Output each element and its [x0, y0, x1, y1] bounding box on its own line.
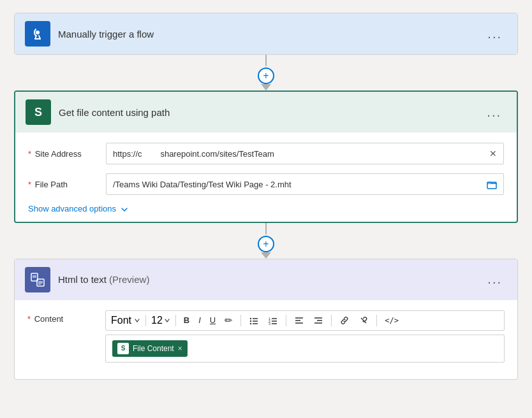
chevron-down-icon	[120, 204, 129, 214]
file-browse-icon[interactable]	[487, 178, 497, 189]
content-required-star: *	[27, 314, 31, 324]
content-input-area[interactable]: S File Content ×	[105, 335, 505, 363]
toolbar-sep-5	[331, 315, 332, 326]
toolbar-sep-6	[376, 315, 377, 326]
connector-line-top	[265, 55, 267, 66]
sharepoint-letter: S	[34, 106, 42, 119]
svg-point-4	[250, 317, 251, 319]
trigger-header: Manually trigger a flow ...	[15, 13, 517, 54]
bullet-list-button[interactable]	[246, 314, 262, 327]
link-button[interactable]	[337, 314, 352, 327]
content-row: * Content Font 12	[27, 310, 505, 363]
connector-1: +	[258, 55, 274, 90]
trigger-title: Manually trigger a flow	[58, 29, 475, 40]
html-body: * Content Font 12	[15, 300, 517, 379]
connector-2: +	[258, 223, 274, 259]
font-select[interactable]: Font	[111, 315, 140, 326]
html-title: Html to text (Preview)	[58, 274, 475, 285]
sharepoint-body: * Site Address https://c sharepoint.com/…	[15, 133, 517, 222]
site-address-clear-icon[interactable]: ✕	[489, 148, 497, 159]
italic-button[interactable]: I	[196, 314, 203, 326]
align-right-button[interactable]	[311, 314, 326, 327]
html-menu[interactable]: ...	[482, 270, 507, 289]
file-content-tag: S File Content ×	[112, 340, 188, 357]
sharepoint-title: Get file content using path	[59, 107, 474, 118]
sharepoint-icon: S	[26, 99, 51, 125]
highlight-button[interactable]: ✏	[222, 314, 235, 328]
svg-point-0	[36, 31, 40, 34]
advanced-options-toggle[interactable]: Show advanced options	[28, 204, 504, 214]
code-button[interactable]: </>	[382, 315, 401, 326]
trigger-card: Manually trigger a flow ...	[14, 13, 518, 55]
connector-arrow-2	[261, 252, 271, 259]
content-editor: Font 12 B I U ✏	[105, 310, 505, 363]
file-required-star: *	[28, 180, 31, 189]
toolbar-sep-4	[286, 315, 286, 326]
connector-line-top-2	[265, 223, 267, 234]
site-address-row: * Site Address https://c sharepoint.com/…	[28, 143, 504, 164]
tag-close-button[interactable]: ×	[178, 344, 182, 353]
site-required-star: *	[28, 149, 31, 159]
connector-arrow-1	[261, 84, 271, 90]
numbered-list-button[interactable]: 1.2.3.	[265, 314, 281, 327]
site-address-label: * Site Address	[28, 149, 98, 159]
toolbar-sep-1	[145, 315, 146, 326]
unlink-button[interactable]	[356, 314, 371, 327]
svg-point-6	[250, 320, 251, 321]
align-left-button[interactable]	[292, 314, 307, 327]
tag-icon: S	[117, 343, 129, 354]
toolbar-sep-2	[175, 315, 176, 326]
file-path-label: * File Path	[28, 180, 98, 189]
file-path-row: * File Path /Teams Wiki Data/Testing/Tes…	[28, 173, 504, 195]
add-step-button-2[interactable]: +	[258, 236, 274, 252]
trigger-menu[interactable]: ...	[482, 24, 507, 44]
sharepoint-card: S Get file content using path ... * Site…	[14, 90, 518, 223]
editor-toolbar: Font 12 B I U ✏	[105, 310, 505, 331]
font-size-select[interactable]: 12	[151, 315, 170, 326]
content-label: * Content	[27, 310, 98, 324]
file-path-input[interactable]: /Teams Wiki Data/Testing/Test Wiki Page …	[106, 173, 504, 195]
trigger-icon	[25, 21, 50, 47]
bold-button[interactable]: B	[181, 314, 192, 326]
underline-button[interactable]: U	[207, 314, 218, 326]
html-header: Html to text (Preview) ...	[15, 259, 517, 300]
sharepoint-menu[interactable]: ...	[482, 103, 506, 122]
toolbar-sep-3	[240, 315, 241, 326]
flow-canvas: Manually trigger a flow ... + S Get file…	[13, 13, 519, 380]
site-address-input[interactable]: https://c sharepoint.com/sites/TestTeam …	[106, 143, 504, 164]
svg-text:3.: 3.	[269, 322, 271, 326]
html-icon	[25, 267, 50, 292]
sharepoint-header: S Get file content using path ...	[15, 92, 517, 133]
svg-point-8	[250, 322, 251, 324]
html-to-text-card: Html to text (Preview) ... * Content Fon…	[14, 259, 518, 380]
add-step-button-1[interactable]: +	[258, 68, 274, 84]
